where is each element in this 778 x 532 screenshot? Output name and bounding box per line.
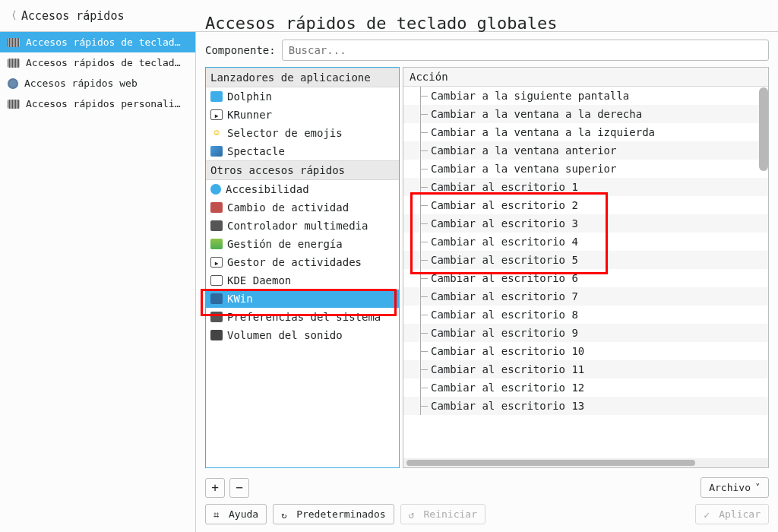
component-list[interactable]: Lanzadores de aplicacione Dolphin ▸KRunn…: [205, 67, 400, 468]
sidebar-item-shortcuts-global[interactable]: Accesos rápidos de teclad…: [0, 32, 195, 52]
component-item-dolphin[interactable]: Dolphin: [206, 87, 399, 106]
action-row[interactable]: Cambiar al escritorio 9: [403, 324, 768, 342]
kwin-icon: [210, 293, 223, 304]
component-item-kde-daemon[interactable]: KDE Daemon: [206, 271, 399, 290]
sidebar-item-shortcuts-web[interactable]: Accesos rápidos web: [0, 73, 195, 93]
action-row[interactable]: Cambiar a la ventana a la derecha: [403, 105, 768, 123]
power-icon: [210, 239, 223, 249]
horizontal-scrollbar[interactable]: [403, 458, 768, 467]
component-item-systemsettings[interactable]: Preferencias del sistema: [206, 308, 399, 326]
component-item-activity-switch[interactable]: Cambio de actividad: [206, 198, 399, 217]
action-row[interactable]: Cambiar al escritorio 6: [403, 269, 768, 287]
remove-button[interactable]: −: [229, 478, 249, 498]
search-input[interactable]: [282, 40, 769, 61]
component-item-krunner[interactable]: ▸KRunner: [206, 106, 399, 124]
scrollbar-thumb[interactable]: [406, 460, 695, 466]
action-row[interactable]: Cambiar al escritorio 4: [403, 233, 768, 251]
help-icon: [213, 509, 224, 520]
component-item-volume[interactable]: Volumen del sonido: [206, 326, 399, 344]
file-menu-button[interactable]: Archivo: [701, 477, 769, 498]
volume-icon: [210, 330, 223, 340]
component-label: Componente:: [205, 44, 276, 56]
component-item-media[interactable]: Controlador multimedia: [206, 217, 399, 235]
component-item-kwin[interactable]: KWin: [206, 290, 399, 308]
keyboard-icon: [8, 100, 20, 109]
action-row[interactable]: Cambiar al escritorio 1: [403, 178, 768, 196]
apply-icon: [704, 509, 714, 520]
sidebar-item-label: Accesos rápidos de teclad…: [26, 36, 181, 48]
settings-icon: [210, 312, 223, 322]
keyboard-icon: [8, 59, 20, 68]
back-button[interactable]: 〈 Accesos rápidos: [6, 9, 124, 23]
sidebar-item-label: Accesos rápidos web: [24, 78, 138, 89]
sidebar: Accesos rápidos de teclad… Accesos rápid…: [0, 32, 196, 532]
action-row[interactable]: Cambiar al escritorio 2: [403, 196, 768, 214]
action-row[interactable]: Cambiar a la ventana anterior: [403, 141, 768, 160]
folder-icon: [210, 91, 223, 102]
defaults-button[interactable]: Predeterminados: [273, 504, 394, 524]
action-row[interactable]: Cambiar a la ventana a la izquierda: [403, 123, 768, 141]
sidebar-item-label: Accesos rápidos de teclad…: [26, 57, 181, 68]
sidebar-item-label: Accesos rápidos personali…: [26, 98, 181, 109]
component-item-activities[interactable]: ▸Gestor de actividades: [206, 253, 399, 271]
add-button[interactable]: +: [205, 478, 225, 498]
action-row[interactable]: Cambiar al escritorio 3: [403, 214, 768, 233]
defaults-icon: [281, 509, 292, 520]
component-item-spectacle[interactable]: Spectacle: [206, 142, 399, 160]
accessibility-icon: [210, 184, 221, 195]
globe-icon: [8, 78, 18, 89]
vertical-scrollbar[interactable]: [759, 87, 768, 171]
action-row[interactable]: Cambiar al escritorio 12: [403, 378, 768, 397]
actions-list[interactable]: Cambiar a la siguiente pantallaCambiar a…: [403, 87, 768, 457]
action-row[interactable]: Cambiar al escritorio 5: [403, 251, 768, 269]
category-header: Lanzadores de aplicacione: [206, 68, 399, 87]
reset-button: Reiniciar: [400, 504, 485, 524]
action-row[interactable]: Cambiar a la ventana superior: [403, 160, 768, 178]
action-row[interactable]: Cambiar al escritorio 8: [403, 306, 768, 324]
page-title: Accesos rápidos de teclado globales: [205, 14, 558, 33]
actions-pane: Acción Cambiar a la siguiente pantallaCa…: [403, 67, 769, 468]
chevron-left-icon: 〈: [6, 9, 17, 23]
component-item-emoji[interactable]: ☺Selector de emojis: [206, 124, 399, 142]
help-button[interactable]: Ayuda: [205, 504, 267, 524]
activity-icon: [210, 202, 223, 213]
sidebar-item-shortcuts-standard[interactable]: Accesos rápidos de teclad…: [0, 52, 195, 73]
action-row[interactable]: Cambiar al escritorio 7: [403, 287, 768, 306]
back-label: Accesos rápidos: [21, 9, 124, 23]
run-icon: ▸: [210, 109, 223, 120]
media-icon: [210, 220, 223, 231]
component-item-accessibility[interactable]: Accesibilidad: [206, 180, 399, 198]
action-row[interactable]: Cambiar al escritorio 13: [403, 397, 768, 415]
emoji-icon: ☺: [210, 128, 223, 138]
action-row[interactable]: Cambiar a la siguiente pantalla: [403, 87, 768, 105]
activities-icon: ▸: [210, 257, 223, 268]
action-row[interactable]: Cambiar al escritorio 11: [403, 360, 768, 378]
component-item-power[interactable]: Gestión de energía: [206, 235, 399, 253]
daemon-icon: [210, 275, 223, 286]
action-row[interactable]: Cambiar al escritorio 10: [403, 342, 768, 360]
apply-button: Aplicar: [695, 504, 769, 524]
keyboard-icon: [8, 38, 20, 47]
category-header: Otros accesos rápidos: [206, 160, 399, 180]
spectacle-icon: [210, 146, 223, 157]
reset-icon: [409, 509, 419, 520]
actions-column-header[interactable]: Acción: [403, 68, 768, 87]
sidebar-item-shortcuts-custom[interactable]: Accesos rápidos personali…: [0, 93, 195, 114]
